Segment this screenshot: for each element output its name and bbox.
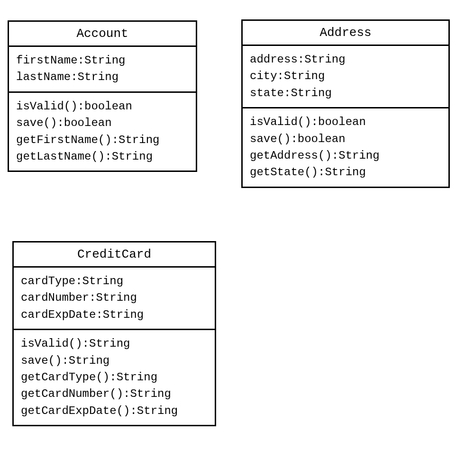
- uml-class-account: Account firstName:String lastName:String…: [8, 20, 197, 172]
- uml-methods: isValid():boolean save():boolean getFirs…: [9, 93, 196, 171]
- uml-method: save():boolean: [250, 132, 441, 147]
- uml-methods: isValid():boolean save():boolean getAddr…: [243, 108, 448, 187]
- uml-method: getFirstName():String: [16, 133, 189, 148]
- uml-class-name: Account: [9, 22, 196, 47]
- uml-attributes: address:String city:String state:String: [243, 46, 448, 108]
- uml-method: getState():String: [250, 165, 441, 180]
- uml-class-address: Address address:String city:String state…: [241, 19, 450, 188]
- uml-method: isValid():boolean: [250, 115, 441, 130]
- uml-attributes: cardType:String cardNumber:String cardEx…: [14, 268, 215, 330]
- uml-method: getCardNumber():String: [21, 386, 208, 402]
- uml-method: getAddress():String: [250, 148, 441, 163]
- uml-attribute: cardType:String: [21, 274, 208, 289]
- uml-attribute: cardExpDate:String: [21, 307, 208, 323]
- uml-attribute: cardNumber:String: [21, 290, 208, 305]
- uml-method: getLastName():String: [16, 149, 189, 164]
- uml-method: isValid():String: [21, 336, 208, 351]
- uml-method: save():boolean: [16, 116, 189, 131]
- uml-class-name: CreditCard: [14, 242, 215, 268]
- uml-attribute: lastName:String: [16, 70, 189, 85]
- uml-method: getCardType():String: [21, 370, 208, 385]
- uml-method: save():String: [21, 353, 208, 368]
- uml-attribute: city:String: [250, 69, 441, 84]
- uml-attribute: firstName:String: [16, 53, 189, 68]
- uml-attribute: address:String: [250, 52, 441, 67]
- uml-attribute: state:String: [250, 86, 441, 101]
- uml-method: isValid():boolean: [16, 99, 189, 114]
- uml-class-name: Address: [243, 21, 448, 46]
- uml-class-credit-card: CreditCard cardType:String cardNumber:St…: [12, 241, 216, 426]
- uml-methods: isValid():String save():String getCardTy…: [14, 330, 215, 425]
- uml-attributes: firstName:String lastName:String: [9, 47, 196, 93]
- uml-method: getCardExpDate():String: [21, 404, 208, 419]
